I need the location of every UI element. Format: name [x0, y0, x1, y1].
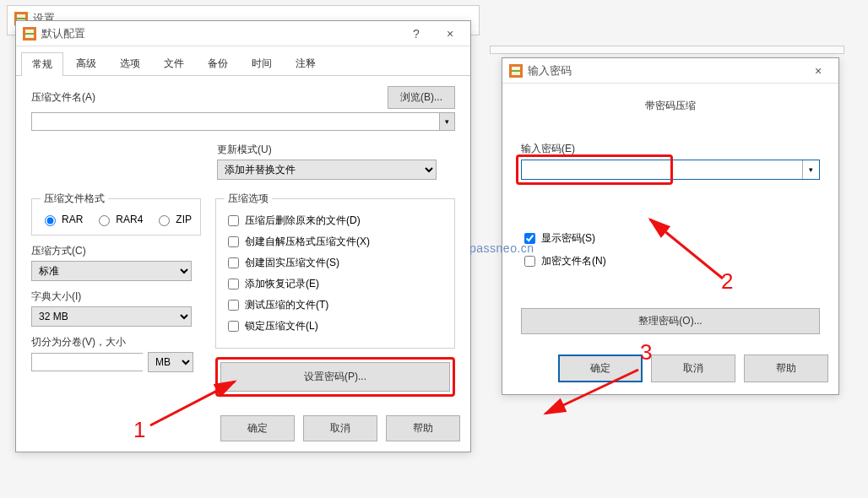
tab-files[interactable]: 文件 [153, 51, 195, 75]
tab-options[interactable]: 选项 [109, 51, 151, 75]
close-button[interactable]: × [433, 22, 467, 46]
organize-passwords-button[interactable]: 整理密码(O)... [521, 308, 820, 334]
browse-button[interactable]: 浏览(B)... [388, 86, 455, 109]
opt-test[interactable]: 测试压缩的文件(T) [225, 297, 446, 313]
svg-line-11 [545, 370, 638, 414]
format-legend: 压缩文件格式 [41, 192, 108, 206]
svg-rect-8 [512, 70, 520, 72]
options-legend: 压缩选项 [225, 192, 272, 206]
annotation-num-1: 1 [133, 417, 145, 443]
opt-recovery[interactable]: 添加恢复记录(E) [225, 276, 446, 292]
filename-label: 压缩文件名(A) [31, 90, 95, 105]
help-button-bottom[interactable]: 帮助 [386, 415, 460, 441]
password-label: 输入密码(E) [521, 142, 820, 156]
filename-dropdown[interactable]: ▾ [439, 113, 454, 130]
format-zip[interactable]: ZIP [155, 213, 192, 226]
tab-backup[interactable]: 备份 [197, 51, 239, 75]
format-rar[interactable]: RAR [41, 213, 83, 226]
svg-rect-5 [25, 33, 34, 35]
svg-line-9 [150, 382, 235, 425]
winrar-icon [509, 64, 523, 78]
cancel-button[interactable]: 取消 [303, 415, 377, 441]
update-mode-select[interactable]: 添加并替换文件 [217, 160, 437, 180]
set-password-button[interactable]: 设置密码(P)... [220, 362, 450, 392]
dict-label: 字典大小(I) [31, 290, 200, 304]
format-rar4[interactable]: RAR4 [95, 213, 143, 226]
password-dropdown[interactable]: ▾ [802, 160, 819, 179]
default-dialog-title: 默认配置 [41, 26, 399, 41]
annotation-num-3: 3 [640, 339, 652, 365]
opt-lock[interactable]: 锁定压缩文件(L) [225, 318, 446, 334]
update-mode-label: 更新模式(U) [217, 143, 455, 157]
tab-general[interactable]: 常规 [21, 52, 63, 76]
winrar-icon [23, 27, 36, 41]
help-button[interactable]: ? [399, 22, 433, 46]
dict-select[interactable]: 32 MB [31, 306, 192, 327]
svg-line-10 [650, 219, 723, 279]
opt-delete-after[interactable]: 压缩后删除原来的文件(D) [225, 213, 446, 229]
tab-advanced[interactable]: 高级 [65, 51, 107, 75]
opt-sfx[interactable]: 创建自解压格式压缩文件(X) [225, 234, 446, 250]
tab-time[interactable]: 时间 [241, 51, 283, 75]
tab-comment[interactable]: 注释 [285, 51, 327, 75]
filename-input[interactable] [32, 113, 439, 130]
method-label: 压缩方式(C) [31, 244, 200, 258]
password-input[interactable] [522, 160, 802, 179]
format-group: 压缩文件格式 RAR RAR4 ZIP [31, 192, 201, 235]
options-group: 压缩选项 压缩后删除原来的文件(D) 创建自解压格式压缩文件(X) 创建固实压缩… [215, 192, 455, 349]
opt-solid[interactable]: 创建固实压缩文件(S) [225, 255, 446, 271]
split-unit-select[interactable]: MB [148, 352, 193, 372]
cancel-button[interactable]: 取消 [651, 355, 735, 382]
split-size-input[interactable] [32, 354, 165, 371]
annotation-num-2: 2 [721, 268, 733, 295]
svg-rect-2 [17, 18, 25, 19]
password-dialog-title: 输入密码 [528, 63, 801, 78]
close-button[interactable]: × [801, 59, 835, 83]
annotation-arrow-3 [530, 365, 648, 425]
split-label: 切分为分卷(V)，大小 [31, 335, 200, 349]
annotation-box-1: 设置密码(P)... [215, 357, 455, 397]
help-button-bottom[interactable]: 帮助 [744, 355, 828, 382]
watermark-text: passneo.cn [469, 241, 534, 255]
tab-strip: 常规 高级 选项 文件 备份 时间 注释 [16, 46, 470, 76]
annotation-arrow-1 [145, 373, 247, 432]
method-select[interactable]: 标准 [31, 261, 192, 281]
password-heading: 带密码压缩 [521, 99, 820, 113]
